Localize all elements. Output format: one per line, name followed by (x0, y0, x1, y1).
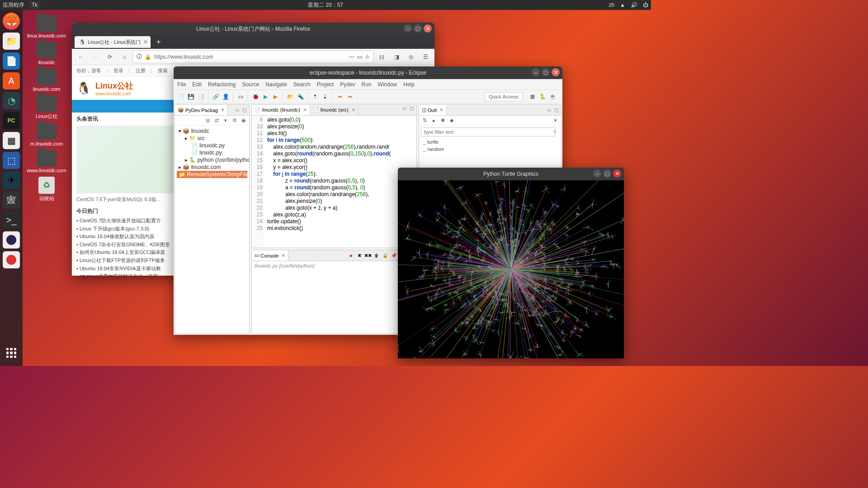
tree-node[interactable]: ▾ 📦 linuxidc (177, 127, 247, 135)
library-icon[interactable]: ⫿⫿ (376, 51, 388, 63)
view-minimize-icon[interactable]: ▭ (234, 107, 240, 113)
view-menu-icon[interactable]: ▾ (222, 117, 229, 124)
topnav-link[interactable]: 登录 (113, 67, 123, 74)
open-type-icon[interactable]: 📂 (286, 92, 295, 101)
tree-node[interactable]: ▸ 📁 src (177, 135, 247, 142)
run-config-icon[interactable]: ▶ (271, 92, 280, 101)
editor-tab[interactable]: 📄 linuxidc (linuxidc)✕ (252, 105, 310, 115)
pin-console-icon[interactable]: 📌 (390, 252, 397, 259)
prev-annotation-icon[interactable]: ⇡ (311, 92, 320, 101)
clear-console-icon[interactable]: 🗑 (373, 252, 380, 259)
desktop-icon[interactable]: www.linuxidc.com (28, 149, 65, 174)
hero-caption[interactable]: CentOS 7.6下yum安装MySQL 8.0版... (76, 196, 160, 203)
tree-node[interactable]: 📁 RemoteSystemsTempFiles (177, 171, 247, 178)
menu-run[interactable]: Run (362, 81, 372, 88)
view-menu-icon[interactable]: ▾ (552, 117, 559, 124)
desktop-icon[interactable]: linuxidc.com (28, 68, 65, 93)
turtle-titlebar[interactable]: Python Turtle Graphics ‒ ▢ ✕ (398, 168, 624, 180)
firefox-titlebar[interactable]: Linux公社 - Linux系统门户网站 - Mozilla Firefox … (72, 23, 434, 35)
pydev-package-tab[interactable]: 📦 PyDev Packag✕ (175, 105, 228, 115)
sidebar-icon[interactable]: ◨ (390, 51, 403, 63)
show-applications[interactable] (3, 344, 20, 361)
console-output[interactable] (252, 270, 416, 333)
close-tab-icon[interactable]: ✕ (143, 39, 148, 45)
clock[interactable]: 星期二 20：57 (308, 1, 343, 9)
view-minimize-icon[interactable]: ▭ (401, 105, 407, 111)
menu-window[interactable]: Window (378, 81, 397, 88)
account-icon[interactable]: ◎ (405, 51, 417, 63)
desktop-icon[interactable]: 回收站 (28, 176, 65, 203)
filter-icon[interactable]: ⚙ (231, 117, 238, 124)
terminal-icon[interactable]: ▭ (236, 92, 245, 101)
desktop-icon[interactable]: Linux公社 (28, 94, 65, 121)
collapse-all-icon[interactable]: ⊟ (204, 117, 211, 124)
outline-tab[interactable]: ◫ Outl✕ (419, 105, 447, 115)
close-tab-icon[interactable]: ✕ (303, 107, 307, 113)
pydev-perspective-icon[interactable]: 🐍 (538, 92, 547, 101)
outline-item[interactable]: ⎯ random (419, 145, 561, 153)
topnav-link[interactable]: 注册 (136, 67, 146, 74)
new-icon[interactable]: 📄 (176, 92, 185, 101)
volume-icon[interactable]: 🔊 (631, 2, 637, 8)
dock-firefox[interactable]: 🦊 (3, 13, 20, 30)
page-actions-icon[interactable]: ⋯ (349, 54, 354, 60)
search-icon[interactable]: 🔦 (296, 92, 305, 101)
tree-node[interactable]: ▸ 🐍 python (/usr/bin/pytho (177, 156, 247, 164)
sort-icon[interactable]: ⇅ (421, 117, 428, 124)
console-tab[interactable]: ▭ Console✕ (252, 250, 288, 261)
menu-source[interactable]: Source (242, 81, 259, 88)
quick-access[interactable]: Quick Access (485, 92, 523, 101)
close-view-icon[interactable]: ✕ (439, 107, 443, 113)
dock-terminal[interactable]: >_ (3, 211, 20, 229)
scroll-lock-icon[interactable]: 🔒 (382, 252, 389, 259)
next-annotation-icon[interactable]: ⇣ (321, 92, 330, 101)
menu-edit[interactable]: Edit (192, 81, 202, 88)
run-icon[interactable]: ▶ (261, 92, 270, 101)
maximize-button[interactable]: ▢ (542, 68, 550, 76)
reader-icon[interactable]: ▭ (357, 54, 362, 60)
home-button[interactable]: ⌂ (118, 51, 131, 63)
menu-pydev[interactable]: Pydev (340, 81, 355, 88)
maximize-button[interactable]: ▢ (414, 24, 422, 33)
nav-fwd-icon[interactable]: ➡ (345, 92, 354, 101)
eclipse-titlebar[interactable]: eclipse-workspace - linuxidc/linuxidc.py… (174, 66, 562, 79)
topnav-link[interactable]: 搜索 (158, 67, 168, 74)
close-view-icon[interactable]: ✕ (281, 253, 285, 258)
tree-node[interactable]: 📄 linuxidc.py (177, 142, 247, 149)
link-editor-icon[interactable]: ⇄ (213, 117, 220, 124)
dock-spider[interactable]: 🕸 (3, 192, 20, 209)
save-icon[interactable]: 💾 (186, 92, 195, 101)
desktop-icon[interactable]: linuxidc (28, 41, 65, 66)
menu-project[interactable]: Project (317, 81, 334, 88)
browser-tab[interactable]: 🐧 Linux公社 - Linux系统门 ✕ (75, 36, 151, 48)
debug-icon[interactable]: 🐞 (251, 92, 260, 101)
menu-icon[interactable]: ☰ (419, 51, 432, 63)
editor-tab[interactable]: 📄 linuxidc (src)✕ (310, 105, 359, 115)
menu-refactoring[interactable]: Refactoring (208, 81, 236, 88)
minimize-button[interactable]: ‒ (404, 24, 412, 33)
close-button[interactable]: ✕ (613, 169, 621, 178)
dock-software[interactable]: A (3, 72, 20, 89)
tree-node[interactable]: 📄 linxidc.py (177, 149, 247, 156)
view-maximize-icon[interactable]: ▢ (553, 107, 559, 113)
dock-files[interactable]: 📁 (3, 33, 20, 50)
desktop-icon[interactable]: linux.linuxidc.com (28, 14, 65, 39)
tree-node[interactable]: ▸ 📦 linuxidc.com (177, 164, 247, 171)
save-all-icon[interactable]: 📑 (196, 92, 205, 101)
close-button[interactable]: ✕ (552, 68, 560, 76)
desktop-icon[interactable]: m.linuxidc.com (28, 122, 65, 147)
dock-denied[interactable] (3, 251, 20, 268)
remove-launch-icon[interactable]: ✖ (356, 252, 363, 259)
user-icon[interactable]: 👤 (221, 92, 230, 101)
bookmark-star-icon[interactable]: ☆ (365, 54, 370, 60)
view-maximize-icon[interactable]: ▢ (408, 105, 415, 111)
menu-help[interactable]: Help (403, 81, 415, 88)
input-method-indicator[interactable]: zh (609, 2, 614, 8)
dock-android-studio[interactable]: ◔ (3, 92, 20, 109)
dock-pycharm[interactable]: PC (3, 112, 20, 129)
menu-file[interactable]: File (177, 81, 186, 88)
tk-indicator[interactable]: Tk (29, 1, 40, 9)
close-tab-icon[interactable]: ✕ (351, 107, 355, 113)
power-icon[interactable]: ⏻ (643, 2, 648, 8)
info-icon[interactable]: ⓘ (137, 53, 142, 61)
